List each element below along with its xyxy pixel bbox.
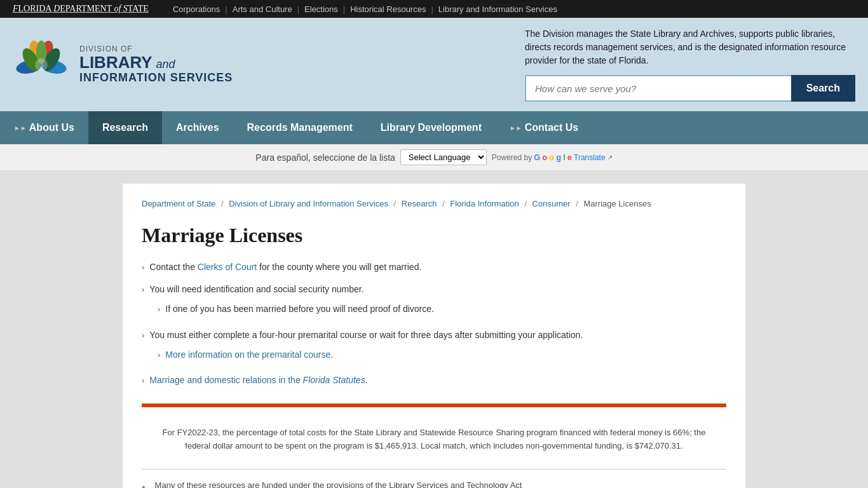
premarital-course-link[interactable]: More information on the premarital cours… [165, 349, 330, 360]
breadcrumb: Department of State / Division of Librar… [142, 196, 726, 211]
header-right: The Division manages the State Library a… [525, 27, 855, 102]
chevron-icon: › [142, 374, 144, 388]
list-item: › You must either complete a four-hour p… [142, 328, 726, 366]
nav-archives[interactable]: Archives [162, 111, 233, 144]
sub-list: › If one of you has been married before … [158, 302, 434, 320]
nav-contact-us[interactable]: ►► Contact Us [496, 111, 592, 144]
list-item: › You will need identification and socia… [142, 282, 726, 320]
bullet-icon: • [142, 479, 146, 488]
breadcrumb-research[interactable]: Research [402, 199, 437, 208]
top-bar: FLORIDA DEPARTMENT of STATE Corporations… [0, 0, 868, 18]
top-nav-historical[interactable]: Historical Resources [345, 4, 431, 14]
powered-by: Powered by Google Translate ↗ [492, 152, 613, 162]
arrow-icon: ►► [14, 125, 27, 132]
nav-records[interactable]: Records Management [233, 111, 367, 144]
list-item: › Marriage and domestic relations in the… [142, 373, 726, 388]
header-tagline: The Division manages the State Library a… [525, 27, 855, 67]
sub-list-item: › If one of you has been married before … [158, 302, 434, 316]
breadcrumb-dept[interactable]: Department of State [142, 199, 215, 208]
page-title: Marriage Licenses [142, 224, 726, 247]
top-nav-corporations[interactable]: Corporations [168, 4, 225, 14]
top-nav-links: Corporations | Arts and Culture | Electi… [168, 4, 562, 14]
orange-divider [142, 403, 726, 407]
language-select[interactable]: Select Language [400, 149, 487, 165]
logo-text-block: DIVISION OF LIBRARY and INFORMATION SERV… [79, 44, 233, 85]
content-area: Department of State / Division of Librar… [123, 184, 745, 488]
clerks-of-court-link[interactable]: Clerks of Court [198, 262, 257, 272]
breadcrumb-consumer[interactable]: Consumer [532, 199, 571, 208]
chevron-icon: › [142, 283, 144, 297]
nav-library-dev[interactable]: Library Development [367, 111, 496, 144]
state-logo[interactable]: FLORIDA DEPARTMENT of STATE [13, 4, 149, 14]
top-nav-arts[interactable]: Arts and Culture [227, 4, 297, 14]
library-label: LIBRARY [79, 53, 153, 72]
sub-list-item: › More information on the premarital cou… [158, 348, 333, 362]
arrow-icon-2: ►► [510, 125, 522, 132]
content-list: › Contact the Clerks of Court for the co… [142, 260, 726, 388]
main-nav: ►► About Us Research Archives Records Ma… [0, 111, 868, 144]
division-of-label: DIVISION OF [79, 44, 233, 53]
logo-section: DIVISION OF LIBRARY and INFORMATION SERV… [13, 36, 233, 93]
marriage-statutes-link[interactable]: Marriage and domestic relations in the F… [149, 375, 365, 385]
language-bar: Para español, seleccione de la lista Sel… [0, 144, 868, 171]
search-input[interactable] [525, 75, 791, 102]
chevron-icon: › [142, 261, 144, 274]
breadcrumb-division[interactable]: Division of Library and Information Serv… [229, 199, 388, 208]
search-button[interactable]: Search [791, 75, 855, 102]
google-logo: G [534, 152, 540, 162]
breadcrumb-current: Marriage Licenses [583, 199, 651, 208]
svg-point-8 [35, 58, 48, 71]
chevron-icon: › [142, 329, 144, 342]
top-nav-elections[interactable]: Elections [299, 4, 343, 14]
chevron-icon: › [158, 303, 160, 316]
and-label: and [156, 58, 175, 71]
breadcrumb-florida-info[interactable]: Florida Information [450, 199, 519, 208]
nav-research[interactable]: Research [88, 111, 162, 144]
chevron-icon: › [158, 349, 160, 362]
lang-bar-text: Para español, seleccione de la lista [255, 152, 395, 163]
footer-note: For FY2022-23, the percentage of total c… [142, 420, 726, 459]
header: DIVISION OF LIBRARY and INFORMATION SERV… [0, 18, 868, 111]
search-bar: Search [525, 75, 855, 102]
list-item: › Contact the Clerks of Court for the co… [142, 260, 726, 274]
nav-about-us[interactable]: ►► About Us [0, 111, 88, 144]
bottom-text: • Many of these resources are funded und… [142, 470, 726, 488]
info-services-label: INFORMATION SERVICES [79, 71, 233, 85]
translate-label[interactable]: Translate [574, 153, 606, 162]
main-wrapper: Department of State / Division of Librar… [0, 171, 868, 488]
top-nav-library[interactable]: Library and Information Services [433, 4, 562, 14]
division-logo [13, 36, 70, 93]
sub-list: › More information on the premarital cou… [158, 348, 333, 366]
